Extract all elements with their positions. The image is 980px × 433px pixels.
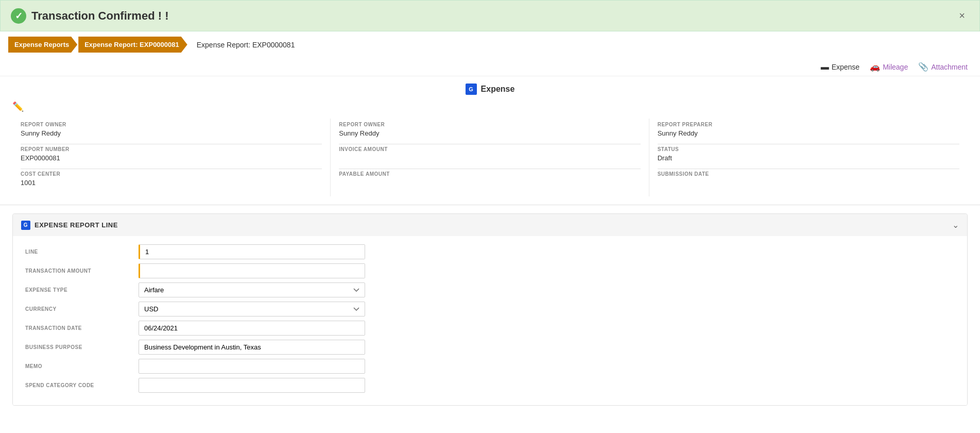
report-preparer-field: REPORT PREPARER Sunny Reddy	[658, 122, 959, 139]
invoice-amount-value	[339, 154, 640, 163]
form-col-1: REPORT OWNER Sunny Reddy REPORT NUMBER E…	[12, 119, 331, 196]
check-circle-icon: ✓	[11, 8, 26, 24]
report-number-value: EXP0000081	[21, 154, 322, 163]
report-owner-field-2: REPORT OWNER Sunny Reddy	[339, 122, 640, 139]
transaction-amount-input-wrapper	[139, 263, 365, 278]
memo-input-wrapper	[139, 359, 365, 374]
notification-close-button[interactable]: ×	[955, 8, 969, 24]
business-purpose-input[interactable]	[139, 340, 365, 355]
expense-tab-icon: ▬	[821, 62, 829, 72]
transaction-date-input-wrapper	[139, 321, 365, 336]
report-owner-field-1: REPORT OWNER Sunny Reddy	[21, 122, 322, 139]
invoice-amount-label: INVOICE AMOUNT	[339, 146, 640, 152]
line-form: LINE TRANSACTION AMOUNT EXPENSE TYPE Air…	[13, 236, 967, 405]
report-preparer-value: Sunny Reddy	[658, 129, 959, 139]
expense-type-label: EXPENSE TYPE	[25, 287, 139, 293]
form-section: REPORT OWNER Sunny Reddy REPORT NUMBER E…	[0, 114, 980, 205]
expense-line-title-text: EXPENSE REPORT LINE	[35, 221, 118, 229]
top-tabs: ▬ Expense 🚗 Mileage 📎 Attachment	[0, 58, 980, 76]
mileage-tab-icon: 🚗	[870, 62, 880, 72]
report-owner-label-1: REPORT OWNER	[21, 122, 322, 127]
line-label: LINE	[25, 249, 139, 255]
spend-category-label: SPEND CATEGORY CODE	[25, 382, 139, 388]
expense-tab-label: Expense	[832, 63, 859, 71]
form-grid: REPORT OWNER Sunny Reddy REPORT NUMBER E…	[12, 119, 968, 196]
report-owner-value-1: Sunny Reddy	[21, 129, 322, 139]
line-input-wrapper	[139, 244, 365, 259]
expense-line-header: G EXPENSE REPORT LINE ⌄	[13, 214, 967, 236]
breadcrumb-current-label: Expense Report: EXP0000081	[197, 41, 295, 49]
report-number-label: REPORT NUMBER	[21, 146, 322, 152]
edit-area: ✏️	[0, 99, 980, 114]
expense-line-title: G EXPENSE REPORT LINE	[21, 221, 118, 230]
transaction-date-field-row: TRANSACTION DATE	[25, 321, 955, 336]
expense-type-select-wrapper: Airfare Hotel Meals Transportation Other	[139, 282, 365, 297]
breadcrumb-expense-reports[interactable]: Expense Reports	[8, 37, 77, 53]
attachment-tab-icon: 📎	[918, 62, 929, 72]
currency-field-row: CURRENCY USD EUR GBP CAD	[25, 302, 955, 317]
breadcrumb-expense-report-detail[interactable]: Expense Report: EXP0000081	[78, 37, 187, 53]
business-purpose-field-row: BUSINESS PURPOSE	[25, 340, 955, 355]
report-owner-label-2: REPORT OWNER	[339, 122, 640, 127]
payable-amount-field: PAYABLE AMOUNT	[339, 171, 640, 188]
notification-left: ✓ Transaction Confirmed ! !	[11, 8, 168, 24]
form-col-3: REPORT PREPARER Sunny Reddy STATUS Draft…	[649, 119, 968, 196]
currency-select-wrapper: USD EUR GBP CAD	[139, 302, 365, 317]
edit-pencil-icon[interactable]: ✏️	[12, 102, 24, 112]
breadcrumb: Expense Reports Expense Report: EXP00000…	[0, 31, 980, 58]
expense-section-header: G Expense	[0, 76, 980, 99]
expense-section-title: Expense	[481, 85, 515, 94]
transaction-date-input[interactable]	[139, 321, 365, 336]
tab-attachment[interactable]: 📎 Attachment	[918, 62, 968, 72]
status-label: STATUS	[658, 146, 959, 152]
transaction-date-label: TRANSACTION DATE	[25, 325, 139, 331]
form-col-2: REPORT OWNER Sunny Reddy INVOICE AMOUNT …	[331, 119, 649, 196]
memo-field-row: MEMO	[25, 359, 955, 374]
submission-date-label: SUBMISSION DATE	[658, 171, 959, 177]
tab-mileage[interactable]: 🚗 Mileage	[870, 62, 908, 72]
report-owner-value-2: Sunny Reddy	[339, 129, 640, 139]
business-purpose-input-wrapper	[139, 340, 365, 355]
line-field-row: LINE	[25, 244, 955, 259]
line-input[interactable]	[139, 244, 365, 259]
cost-center-label: COST CENTER	[21, 171, 322, 177]
expense-type-field-row: EXPENSE TYPE Airfare Hotel Meals Transpo…	[25, 282, 955, 297]
status-value: Draft	[658, 154, 959, 163]
notification-title: Transaction Confirmed ! !	[31, 9, 168, 23]
memo-input[interactable]	[139, 359, 365, 374]
expense-type-select[interactable]: Airfare Hotel Meals Transportation Other	[139, 282, 365, 297]
notification-banner: ✓ Transaction Confirmed ! ! ×	[0, 0, 980, 31]
business-purpose-label: BUSINESS PURPOSE	[25, 344, 139, 350]
report-number-field: REPORT NUMBER EXP0000081	[21, 146, 322, 163]
spend-category-field-row: SPEND CATEGORY CODE	[25, 378, 955, 393]
report-preparer-label: REPORT PREPARER	[658, 122, 959, 127]
status-field: STATUS Draft	[658, 146, 959, 163]
attachment-tab-label: Attachment	[931, 63, 968, 71]
mileage-tab-label: Mileage	[883, 63, 908, 71]
currency-select[interactable]: USD EUR GBP CAD	[139, 302, 365, 317]
transaction-amount-input[interactable]	[139, 263, 365, 278]
cost-center-value: 1001	[21, 179, 322, 188]
expense-line-icon: G	[21, 221, 30, 230]
cost-center-field: COST CENTER 1001	[21, 171, 322, 188]
expense-section-icon: G	[466, 84, 477, 95]
invoice-amount-field: INVOICE AMOUNT	[339, 146, 640, 163]
payable-amount-label: PAYABLE AMOUNT	[339, 171, 640, 177]
transaction-amount-label: TRANSACTION AMOUNT	[25, 268, 139, 274]
spend-category-input[interactable]	[139, 378, 365, 393]
payable-amount-value	[339, 179, 640, 188]
spend-category-input-wrapper	[139, 378, 365, 393]
transaction-amount-field-row: TRANSACTION AMOUNT	[25, 263, 955, 278]
submission-date-value	[658, 179, 959, 188]
submission-date-field: SUBMISSION DATE	[658, 171, 959, 188]
chevron-down-icon[interactable]: ⌄	[952, 220, 959, 230]
tab-expense[interactable]: ▬ Expense	[821, 62, 859, 72]
memo-label: MEMO	[25, 363, 139, 369]
expense-line-container: G EXPENSE REPORT LINE ⌄ LINE TRANSACTION…	[12, 213, 968, 406]
currency-label: CURRENCY	[25, 306, 139, 312]
